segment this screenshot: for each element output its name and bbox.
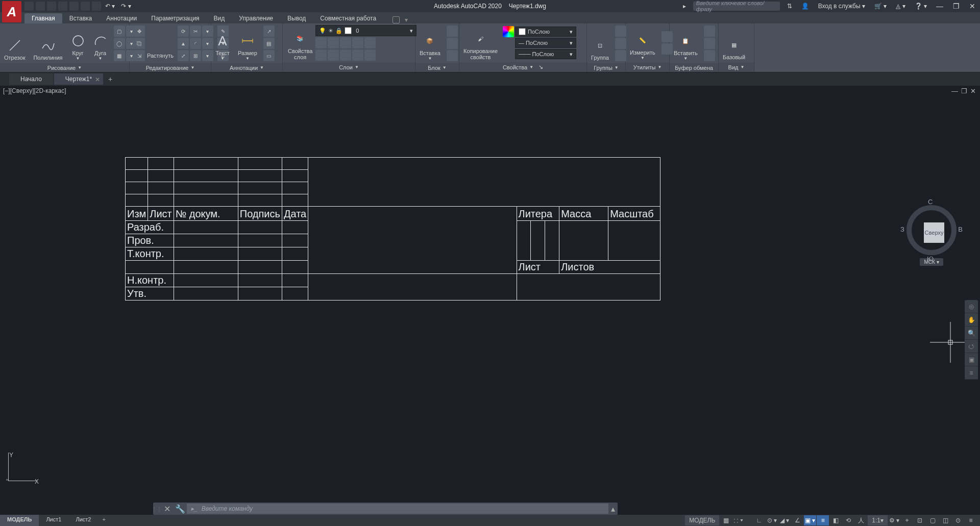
array-icon[interactable]: ⊞ [190,50,201,61]
drawing-canvas[interactable]: Изм Лист № докум. Подпись Дата Литера Ма… [0,96,980,506]
units-icon[interactable]: ⊡ [914,515,926,525]
viewcube-face[interactable]: Сверху [924,222,944,243]
quickprops-icon[interactable]: ▢ [926,515,939,525]
qat-print-icon[interactable] [92,2,101,11]
command-input[interactable]: ▸_ Введите команду [187,504,608,514]
grid-icon[interactable]: ▦ [720,515,732,525]
layer-iso-icon[interactable] [352,37,363,48]
group-edit-icon[interactable] [615,38,626,49]
nav-pan-icon[interactable]: ✋ [965,313,978,327]
layer-b3-icon[interactable] [340,49,351,61]
rotate-icon[interactable]: ⟳ [178,26,189,37]
scale-button[interactable]: 1:1 ▾ [868,515,888,525]
paste-button[interactable]: 📋Вставить▼ [670,24,702,63]
tab-output[interactable]: Вывод [280,13,313,23]
app-menu-button[interactable]: A [2,1,21,22]
cmdline-history-icon[interactable]: ▴ [608,504,618,514]
isodraft-icon[interactable]: ◢ ▾ [778,515,791,525]
drawing-tab[interactable]: Чертеж1*✕ [54,73,103,85]
linetype-dropdown[interactable]: ─── ПоСлою▾ [515,49,576,59]
move-icon[interactable]: ✥ [134,26,145,37]
vp-maximize-icon[interactable]: ❐ [961,87,967,95]
circle-button[interactable]: Круг▼ [67,24,89,63]
nav-orbit-icon[interactable]: ⭯ [965,340,978,353]
color-wheel-icon[interactable] [503,26,514,37]
add-layout-button[interactable]: + [98,515,109,526]
help-icon[interactable]: ❔ ▾ [913,3,929,10]
tab-expand-icon[interactable]: ▾ [405,16,408,23]
hardware-accel-icon[interactable]: ⊙ [952,515,964,525]
viewport-controls[interactable]: [−][Сверху][2D-каркас] — ❐ ✕ [0,86,980,96]
measure-button[interactable]: 📏Измерить▼ [626,23,659,62]
text-button[interactable]: AТекст▼ [211,24,234,63]
group-sel-icon[interactable] [615,50,626,61]
qat-saveas-icon[interactable] [58,2,67,11]
block-attr-icon[interactable] [447,50,458,61]
qat-open-icon[interactable] [36,2,45,11]
table-icon[interactable]: ▤ [263,38,275,49]
qat-undo-button[interactable]: ↶ ▾ [103,3,117,10]
minimize-button[interactable]: — [934,1,945,12]
panel-modify-title[interactable]: Редактирование▼ [130,63,211,72]
tab-home[interactable]: Главная [24,13,62,23]
block-create-icon[interactable] [447,26,458,37]
color-dropdown[interactable]: ПоСлою▾ [515,27,576,37]
viewport-label[interactable]: [−][Сверху][2D-каркас] [3,87,66,94]
snap-icon[interactable]: ⸬ ▾ [732,515,745,525]
copy-clip-icon[interactable] [704,38,715,49]
tab-view[interactable]: Вид [207,13,232,23]
restore-button[interactable]: ❐ [950,1,962,12]
start-tab[interactable]: Начало [9,73,53,85]
annotation-scale-icon[interactable]: 人 [855,515,867,525]
nav-showmotion-icon[interactable]: ▣ [965,353,978,366]
copy-icon[interactable]: ⿻ [134,38,145,49]
layer-off-icon[interactable] [315,37,327,48]
search-input[interactable]: Введите ключевое слово/фразу [693,2,780,11]
isolate-icon[interactable]: ◫ [939,515,951,525]
cmdline-grip-icon[interactable]: ⋮⋮ [153,506,160,512]
qat-redo-button[interactable]: ↷ ▾ [119,3,133,10]
cart-icon[interactable]: 🛒 ▾ [872,3,889,10]
group-button[interactable]: ⊡Группа [587,24,613,63]
lineweight-dropdown[interactable]: — ПоСлою▾ [515,38,576,48]
nav-wheel-icon[interactable]: ◎ [965,300,978,313]
field-icon[interactable]: ▭ [263,50,275,61]
viewcube-south[interactable]: Ю [927,255,934,263]
hatch-icon[interactable]: ▦ [114,50,125,61]
viewcube-west[interactable]: З [900,226,904,233]
leader-icon[interactable]: ↗ [263,26,275,37]
customize-icon[interactable]: ≡ [965,515,977,525]
panel-draw-title[interactable]: Рисование▼ [0,63,129,72]
annotation-monitor-icon[interactable]: + [901,515,913,525]
layer-b2-icon[interactable] [328,49,339,61]
panel-block-title[interactable]: Блок▼ [415,63,459,72]
tab-parametric[interactable]: Параметризация [144,13,206,23]
workspace-icon[interactable]: ⚙ ▾ [888,515,900,525]
mirror-icon[interactable]: ▲ [178,38,189,49]
model-space-button[interactable]: МОДЕЛЬ [685,515,719,525]
selection-cycling-icon[interactable]: ⟲ [842,515,854,525]
layout1-tab[interactable]: Лист1 [39,515,68,526]
model-tab[interactable]: МОДЕЛЬ [0,515,39,526]
tab-manage[interactable]: Управление [232,13,280,23]
osnap-tracking-icon[interactable]: ∠ [791,515,803,525]
cut-icon[interactable] [704,26,715,37]
match-properties-button[interactable]: 🖌Копирование свойств [459,23,502,62]
transparency-icon[interactable]: ◧ [829,515,842,525]
tab-annotate[interactable]: Аннотации [99,13,144,23]
layer-match-icon[interactable] [364,37,376,48]
base-view-button[interactable]: ▦Базовый [719,23,749,62]
panel-props-title[interactable]: Свойства▼↘ [459,62,586,72]
trim-icon[interactable]: ✂ [190,26,201,37]
tab-apps-icon[interactable] [393,16,400,23]
nav-zoom-icon[interactable]: 🔍 [965,327,978,340]
insert-block-button[interactable]: 📦Вставка▼ [415,24,445,63]
panel-layers-title[interactable]: Слои▼ [283,62,415,72]
panel-groups-title[interactable]: Группы▼ [587,63,625,72]
stretch-icon[interactable]: ⇲ [134,50,145,61]
viewcube-north[interactable]: С [928,198,933,206]
layer-b1-icon[interactable] [315,49,327,61]
arc-button[interactable]: Дуга▼ [89,24,112,63]
qat-save-icon[interactable] [47,2,56,11]
block-edit-icon[interactable] [447,38,458,49]
